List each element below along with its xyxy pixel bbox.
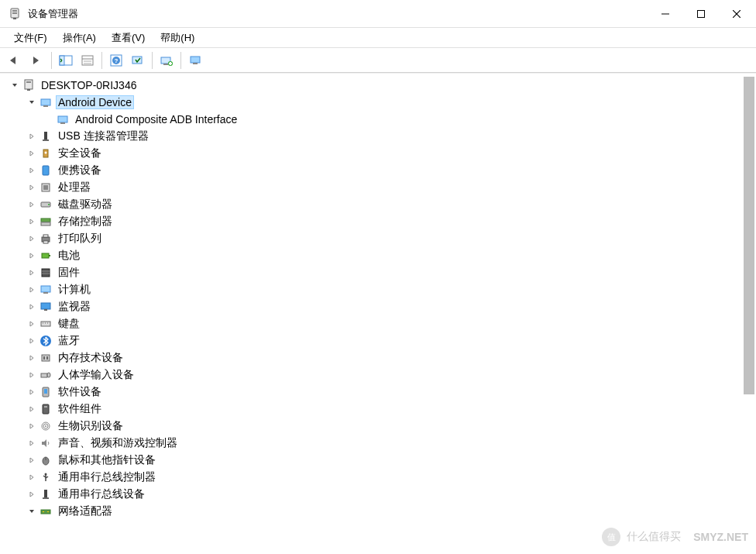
svg-rect-24 [193,63,198,64]
svg-rect-36 [43,166,49,175]
close-button[interactable] [719,2,754,26]
tree-android-adb[interactable]: Android Composite ADB Interface [0,111,756,128]
tree-security[interactable]: 安全设备 [0,145,756,162]
expander-right-icon[interactable] [26,472,37,483]
svg-rect-28 [41,99,50,105]
minimize-button[interactable] [648,2,683,26]
properties-button[interactable] [77,50,98,71]
tree-monitor[interactable]: 监视器 [0,298,756,315]
expander-right-icon[interactable] [26,284,37,295]
expander-right-icon[interactable] [26,182,37,193]
expander-right-icon[interactable] [26,421,37,432]
svg-point-71 [45,425,46,427]
help-button[interactable]: ? [105,50,127,71]
expander-right-icon[interactable] [26,370,37,380]
window-title: 设备管理器 [28,7,648,21]
svg-rect-78 [44,490,47,497]
expander-right-icon[interactable] [26,301,37,312]
device-tree[interactable]: DESKTOP-0RIJ346 Android Device Android C… [0,74,756,551]
svg-rect-2 [12,12,17,14]
expander-right-icon[interactable] [26,489,37,500]
expander-right-icon[interactable] [26,387,37,397]
tree-battery[interactable]: 电池 [0,247,756,264]
watermark-text: 什么值得买 [627,530,681,544]
svg-rect-53 [41,303,50,309]
tree-usb-controllers[interactable]: 通用串行总线控制器 [0,469,756,486]
svg-rect-41 [41,219,50,222]
svg-rect-23 [191,57,200,63]
show-hide-tree-button[interactable] [55,50,77,71]
tree-disk[interactable]: 磁盘驱动器 [0,196,756,213]
tree-processor[interactable]: 处理器 [0,179,756,196]
tree-label: 内存技术设备 [56,351,125,365]
tree-android-device[interactable]: Android Device [0,94,756,111]
tree-label: 电池 [56,249,82,263]
update-driver-button[interactable] [156,50,177,71]
tree-mouse[interactable]: 鼠标和其他指针设备 [0,452,756,469]
expander-right-icon[interactable] [26,335,37,346]
expander-right-icon[interactable] [26,267,37,278]
security-icon [39,146,53,160]
portable-device-icon [39,163,53,177]
forward-button[interactable] [26,50,48,71]
menu-view[interactable]: 查看(V) [104,29,153,46]
storage-controller-icon [39,215,53,229]
tree-computer[interactable]: 计算机 [0,281,756,298]
svg-rect-48 [42,269,50,277]
svg-rect-29 [43,105,48,107]
svg-rect-38 [43,185,48,190]
menu-help[interactable]: 帮助(H) [153,29,202,46]
expander-right-icon[interactable] [26,148,37,159]
expander-right-icon[interactable] [26,131,37,142]
tree-bluetooth[interactable]: 蓝牙 [0,332,756,349]
tree-root[interactable]: DESKTOP-0RIJ346 [0,77,756,94]
tree-usb-connector[interactable]: USB 连接器管理器 [0,128,756,145]
expander-right-icon[interactable] [26,318,37,329]
back-button[interactable] [5,50,26,71]
tree-label: 网络适配器 [56,504,115,518]
expander-right-icon[interactable] [26,233,37,244]
expander-right-icon[interactable] [26,353,37,363]
android-icon [39,95,53,109]
tree-firmware[interactable]: 固件 [0,264,756,281]
toolbar-separator [152,52,153,69]
svg-rect-3 [13,18,16,19]
tree-software-devices[interactable]: 软件设备 [0,384,756,401]
scan-hardware-button[interactable] [127,50,149,71]
menu-bar: 文件(F) 操作(A) 查看(V) 帮助(H) [0,28,756,48]
tree-network[interactable]: 网络适配器 [0,503,756,520]
tree-software-components[interactable]: 软件组件 [0,401,756,418]
tree-label: 处理器 [56,181,93,194]
expander-right-icon[interactable] [26,455,37,466]
expander-right-icon[interactable] [26,250,37,261]
watermark-site: SMYZ.NET [693,531,748,543]
expander-right-icon[interactable] [26,165,37,176]
scrollbar-thumb[interactable] [744,77,754,394]
expander-down-icon[interactable] [26,506,37,517]
toolbar-separator [101,52,102,69]
expander-right-icon[interactable] [26,404,37,415]
tree-hid[interactable]: 人体学输入设备 [0,366,756,384]
software-component-icon [39,402,53,416]
expander-right-icon[interactable] [26,199,37,210]
tree-storage-controller[interactable]: 存储控制器 [0,213,756,230]
menu-file[interactable]: 文件(F) [6,29,55,46]
tree-biometric[interactable]: 生物识别设备 [0,418,756,435]
tree-memory-tech[interactable]: 内存技术设备 [0,349,756,366]
speaker-icon [39,436,53,450]
svg-point-40 [48,204,50,205]
menu-action[interactable]: 操作(A) [55,29,104,46]
tree-usb-devices[interactable]: 通用串行总线设备 [0,486,756,503]
expander-right-icon[interactable] [26,438,37,449]
devices-by-type-button[interactable] [184,50,206,71]
tree-portable[interactable]: 便携设备 [0,162,756,179]
tree-keyboard[interactable]: 键盘 [0,315,756,332]
tree-print-queue[interactable]: 打印队列 [0,230,756,247]
expander-down-icon[interactable] [26,97,37,108]
svg-point-64 [47,373,50,377]
tree-sound[interactable]: 声音、视频和游戏控制器 [0,435,756,452]
title-bar: 设备管理器 [0,0,756,28]
expander-down-icon[interactable] [9,80,20,91]
expander-right-icon[interactable] [26,216,37,227]
maximize-button[interactable] [683,2,719,26]
